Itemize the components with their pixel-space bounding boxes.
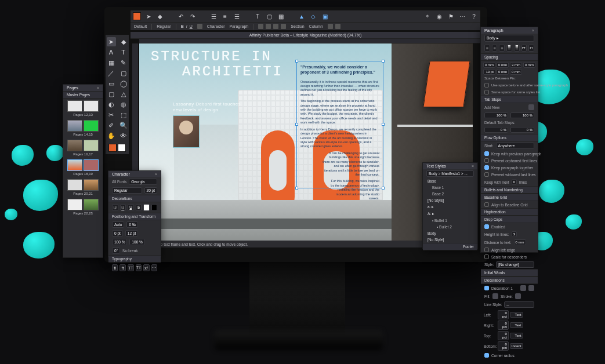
align-left-button[interactable]: ≡ bbox=[484, 45, 490, 52]
undo-icon[interactable]: ↶ bbox=[177, 12, 185, 20]
grid-icon[interactable]: ▦ bbox=[277, 12, 285, 20]
close-icon[interactable]: × bbox=[155, 172, 157, 176]
page-thumb[interactable] bbox=[84, 179, 99, 191]
place-image-tool[interactable]: ⬚ bbox=[119, 110, 128, 119]
ellipse-tool[interactable]: ◯ bbox=[119, 79, 128, 88]
flow-icon[interactable] bbox=[273, 24, 278, 29]
scalev-field[interactable]: 100 % bbox=[129, 239, 144, 245]
author-photo[interactable] bbox=[173, 115, 200, 148]
align-baseline-check[interactable] bbox=[484, 202, 489, 207]
baseline-section[interactable]: Baseline Grid bbox=[481, 194, 538, 201]
table-tool[interactable]: ▦ bbox=[107, 58, 116, 67]
font-style-field[interactable]: Regular bbox=[112, 187, 142, 194]
b-mode[interactable]: Indent bbox=[510, 343, 523, 349]
preview-icon[interactable]: ◉ bbox=[435, 12, 443, 20]
view-tool[interactable]: 👁 bbox=[119, 131, 128, 140]
redo-icon[interactable]: ↷ bbox=[189, 12, 197, 20]
position-transform-section[interactable]: Positioning and Transform bbox=[108, 213, 161, 220]
indent-left[interactable]: 0 mm bbox=[483, 62, 495, 68]
picture-frame-tool[interactable]: ▢ bbox=[119, 68, 128, 78]
more-icon[interactable]: ⋯ bbox=[458, 12, 466, 20]
align-center-button[interactable]: ≡ bbox=[492, 45, 498, 52]
flow-section[interactable]: Flow Options bbox=[481, 134, 538, 141]
style-default-label[interactable]: Default bbox=[134, 24, 147, 28]
strike-button[interactable]: S̶ bbox=[136, 204, 142, 211]
leading-field[interactable]: 12 pt bbox=[125, 230, 138, 236]
same-style2-check[interactable] bbox=[484, 90, 489, 94]
color-picker-tool[interactable]: ✐ bbox=[107, 121, 116, 130]
dc-style-field[interactable]: [No change] bbox=[496, 261, 534, 268]
list-icon[interactable] bbox=[258, 24, 263, 29]
style-item[interactable]: Body bbox=[423, 230, 477, 236]
page-thumb[interactable] bbox=[67, 199, 82, 210]
t-mode[interactable]: Text bbox=[510, 333, 523, 338]
tab-icon[interactable] bbox=[266, 24, 271, 29]
picture-icon[interactable]: ▢ bbox=[265, 12, 273, 20]
space-after[interactable]: 0 mm bbox=[510, 69, 522, 75]
subhead-text[interactable]: Lassanay Debord first touches new levels… bbox=[173, 101, 241, 112]
pointer-icon[interactable]: ➤ bbox=[144, 12, 153, 20]
close-icon[interactable]: × bbox=[472, 164, 474, 168]
typography-section[interactable]: Typography bbox=[108, 255, 161, 263]
underline-button[interactable]: U bbox=[190, 24, 193, 28]
master-pages-tab[interactable]: Master Pages bbox=[63, 91, 103, 99]
spacing-section[interactable]: Spacing bbox=[481, 53, 538, 61]
close-icon[interactable]: × bbox=[97, 86, 99, 90]
more-typo-button[interactable]: ⋯ bbox=[151, 264, 157, 271]
initial-words-section[interactable]: Initial Words bbox=[481, 269, 538, 276]
align-center-icon[interactable]: ≡ bbox=[221, 12, 229, 20]
keep-lines-field[interactable]: 0 bbox=[512, 179, 517, 185]
align-away-spine-button[interactable]: ↤ bbox=[528, 45, 534, 52]
scale-desc-check[interactable] bbox=[484, 254, 489, 259]
color-stroke-button[interactable] bbox=[151, 204, 158, 211]
pan-tool[interactable]: ✋ bbox=[107, 131, 116, 140]
align-right-icon[interactable]: ☰ bbox=[233, 12, 241, 20]
font-size-field[interactable]: 20 pt bbox=[144, 187, 157, 194]
frame-handle[interactable] bbox=[295, 187, 298, 190]
orphan-check[interactable] bbox=[484, 172, 489, 177]
headline-text[interactable]: STRUCTURE IN ARCHITETTI bbox=[151, 49, 283, 80]
selected-text-frame[interactable]: "Presumably, we would consider a propone… bbox=[296, 61, 383, 188]
frame-handle[interactable] bbox=[382, 60, 385, 63]
paragraph-label[interactable]: Paragraph bbox=[230, 24, 249, 28]
leading-mode[interactable]: 19 pt bbox=[483, 69, 495, 75]
italic-button[interactable]: I bbox=[186, 24, 187, 28]
align-justify-all-button[interactable]: ≣ bbox=[514, 45, 520, 52]
super-button[interactable]: x² bbox=[143, 264, 149, 271]
frame-text-tool[interactable]: T bbox=[119, 48, 128, 57]
node-tool[interactable]: ◆ bbox=[119, 37, 128, 46]
persona-designer-icon[interactable]: ▲ bbox=[298, 12, 306, 20]
decorations-section[interactable]: Decorations bbox=[481, 276, 538, 284]
dropcaps-section[interactable]: Drop Caps bbox=[481, 216, 538, 223]
height-lines-field[interactable]: 3 bbox=[512, 231, 517, 237]
help-icon[interactable]: ? bbox=[470, 12, 478, 20]
deco1-check[interactable] bbox=[484, 286, 489, 290]
frame-handle[interactable] bbox=[382, 123, 385, 126]
underline-single-button[interactable]: U bbox=[120, 204, 126, 211]
bold-button[interactable]: B bbox=[181, 24, 184, 28]
style-item[interactable]: A: ▸ bbox=[423, 210, 477, 217]
color-fill-button[interactable] bbox=[143, 204, 150, 211]
page-thumb[interactable] bbox=[67, 100, 82, 112]
style-regular-label[interactable]: Regular bbox=[157, 24, 171, 28]
frame-handle[interactable] bbox=[295, 123, 298, 126]
persona-vector-icon[interactable]: ◇ bbox=[309, 12, 317, 20]
align-left-check[interactable] bbox=[484, 247, 489, 252]
fill-tool[interactable]: ◐ bbox=[107, 100, 116, 109]
misc2-icon[interactable] bbox=[335, 24, 340, 29]
baseline-icon[interactable] bbox=[281, 24, 286, 29]
style-item[interactable]: Base 1 bbox=[423, 184, 477, 191]
caps-button[interactable]: TT bbox=[128, 264, 134, 271]
liga-button[interactable]: fi bbox=[112, 264, 118, 271]
tabw-b[interactable]: 0 % bbox=[510, 127, 534, 133]
shear-field[interactable]: 0° bbox=[112, 247, 120, 254]
t-field[interactable]: 0 pct bbox=[498, 331, 508, 340]
l-field[interactable]: 0 pct bbox=[498, 310, 508, 319]
indent-right[interactable]: 0 mm bbox=[497, 62, 509, 68]
rounded-rect-tool[interactable]: ▢ bbox=[107, 89, 116, 99]
section-label[interactable]: Section bbox=[291, 24, 304, 28]
page-thumb[interactable] bbox=[84, 140, 99, 151]
l-mode[interactable]: Text bbox=[510, 312, 523, 318]
text-icon[interactable]: T bbox=[253, 12, 262, 20]
keep-together-check[interactable] bbox=[484, 165, 489, 170]
